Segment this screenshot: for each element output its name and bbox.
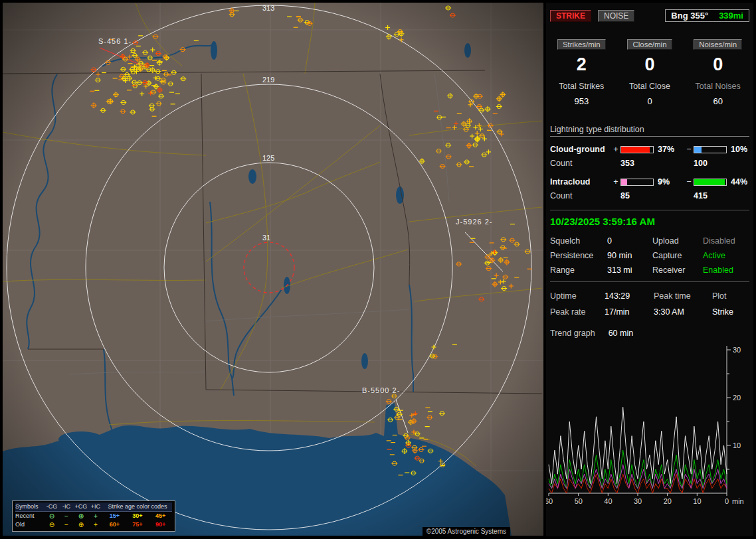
station-label: J-5926 2-	[456, 218, 492, 226]
status-settings: Squelch 0 Upload Disabled Persistence 90…	[550, 236, 749, 275]
trend-graph-header: Trend graph 60 min	[550, 329, 749, 338]
legend-old-label: Old	[15, 520, 45, 529]
lightning-map[interactable]: 31321912531 S-456 1-J-5926 2-B-5500 2- S…	[3, 3, 543, 536]
range-ring-label: 125	[262, 154, 274, 162]
cg-plus-percent: 37%	[655, 145, 684, 154]
plot-label: Plot	[712, 291, 749, 301]
ic-plus-count: 85	[620, 191, 655, 200]
peak-rate-value: 17/min	[605, 307, 654, 317]
divider	[550, 281, 749, 282]
minus-sign: −	[684, 145, 694, 154]
neg-cg-symbol-icon: ⊖	[45, 520, 59, 529]
squelch-value: 0	[607, 236, 652, 246]
total-close-label: Total Close	[616, 82, 684, 91]
legend-row-old: Old ⊖ − ⊕ + 60+ 75+ 90+	[15, 520, 172, 529]
plot-value: Strike	[712, 307, 749, 317]
cg-minus-count: 100	[694, 159, 728, 168]
pos-ic-symbol-icon: +	[88, 520, 103, 529]
persistence-value: 90 min	[607, 251, 652, 260]
legend-col-nic: -IC	[59, 502, 74, 511]
divider	[550, 210, 749, 210]
total-counters: Total Strikes Total Close Total Noises 9…	[547, 82, 752, 106]
copyright-text: ©2005 Astrogenic Systems	[423, 527, 510, 536]
cg-plus-count: 353	[620, 159, 655, 168]
persistence-label: Persistence	[550, 251, 607, 260]
legend-symbols-label: Symbols	[15, 502, 45, 511]
svg-text:0: 0	[725, 497, 729, 505]
trend-series-negative-cg	[549, 450, 727, 489]
range-value: 313 mi	[607, 266, 652, 275]
squelch-label: Squelch	[550, 236, 607, 246]
count-label: Count	[550, 191, 611, 200]
age-30: 30+	[126, 512, 149, 520]
pos-ic-symbol-icon: +	[88, 512, 103, 520]
lightning-tracker-app: 31321912531 S-456 1-J-5926 2-B-5500 2- S…	[0, 0, 756, 539]
distribution-title: Lightning type distribution	[550, 125, 749, 137]
pos-cg-symbol-icon: ⊕	[74, 512, 88, 520]
total-noises-value: 60	[684, 96, 752, 106]
legend-header: Symbols -CG -IC +CG +IC Strike age color…	[15, 502, 172, 512]
svg-text:min: min	[732, 497, 744, 505]
station-label: S-456 1-	[98, 37, 132, 45]
ic-plus-bar	[620, 179, 654, 186]
uptime-value: 143:29	[605, 291, 654, 301]
ic-minus-bar	[694, 179, 727, 186]
mode-toolbar: STRIKE NOISE Bng 355° 339mi	[550, 9, 749, 22]
age-75: 75+	[126, 520, 149, 529]
receiver-status: Enabled	[703, 266, 749, 275]
trend-graph-label: Trend graph	[550, 329, 595, 338]
capture-status: Active	[703, 251, 749, 260]
distribution-row-cloud-ground: Cloud-ground + 37% − 10%	[550, 145, 749, 154]
cg-minus-bar	[694, 146, 727, 153]
close-per-min-button[interactable]: Close/min	[627, 39, 672, 50]
neg-cg-symbol-icon: ⊖	[45, 512, 59, 520]
count-label: Count	[550, 159, 611, 168]
noises-per-min-button[interactable]: Noises/min	[694, 39, 742, 50]
svg-text:60: 60	[546, 497, 553, 505]
total-close-value: 0	[616, 96, 684, 106]
upload-label: Upload	[652, 236, 703, 246]
close-per-min-value: 0	[616, 55, 684, 74]
neg-ic-symbol-icon: −	[59, 520, 74, 529]
lightning-type-distribution: Lightning type distribution Cloud-ground…	[550, 125, 749, 200]
svg-text:30: 30	[733, 346, 741, 354]
range-ring-label: 219	[262, 76, 274, 84]
session-stats: Uptime 143:29 Peak time Plot Peak rate 1…	[550, 291, 749, 317]
datetime-display: 10/23/2025 3:59:16 AM	[550, 216, 749, 227]
control-panel: STRIKE NOISE Bng 355° 339mi Strikes/min …	[546, 3, 753, 536]
distribution-row-intracloud: Intracloud + 9% − 44%	[550, 177, 749, 187]
neg-ic-symbol-icon: −	[59, 512, 74, 520]
trend-graph: 1020306050403020100min	[546, 343, 752, 510]
uptime-label: Uptime	[550, 291, 605, 301]
svg-text:30: 30	[634, 497, 642, 505]
svg-text:10: 10	[733, 441, 741, 449]
cloud-ground-label: Cloud-ground	[550, 145, 611, 154]
total-noises-label: Total Noises	[684, 82, 752, 91]
strikes-per-min-value: 2	[547, 55, 616, 74]
total-strikes-value: 953	[547, 96, 616, 106]
bearing-value: Bng 355°	[671, 11, 708, 21]
svg-text:40: 40	[604, 497, 612, 505]
bearing-distance: 339mi	[719, 11, 743, 21]
upload-status: Disabled	[703, 236, 749, 246]
intracloud-counts: Count 85 415	[550, 191, 749, 200]
rate-counters: Strikes/min Close/min Noises/min 2 0 0	[547, 39, 752, 74]
ic-plus-percent: 9%	[655, 177, 684, 187]
age-90: 90+	[149, 520, 172, 529]
range-ring-label: 31	[262, 234, 270, 242]
minus-sign: −	[684, 177, 694, 187]
trend-graph-range[interactable]: 60 min	[609, 329, 634, 338]
svg-text:20: 20	[733, 394, 741, 402]
peak-rate-label: Peak rate	[550, 307, 605, 317]
range-ring-label: 313	[262, 4, 274, 12]
legend-recent-label: Recent	[15, 512, 45, 520]
pos-cg-symbol-icon: ⊕	[74, 520, 88, 529]
peak-time-value: 3:30 AM	[654, 307, 712, 317]
legend-age-title: Strike age color codes	[103, 502, 172, 511]
strike-mode-button[interactable]: STRIKE	[550, 10, 591, 22]
noises-per-min-value: 0	[684, 55, 752, 74]
noise-mode-button[interactable]: NOISE	[598, 10, 634, 22]
strikes-per-min-button[interactable]: Strikes/min	[557, 39, 606, 50]
svg-text:20: 20	[664, 497, 672, 505]
map-canvas: 31321912531 S-456 1-J-5926 2-B-5500 2-	[3, 3, 543, 536]
